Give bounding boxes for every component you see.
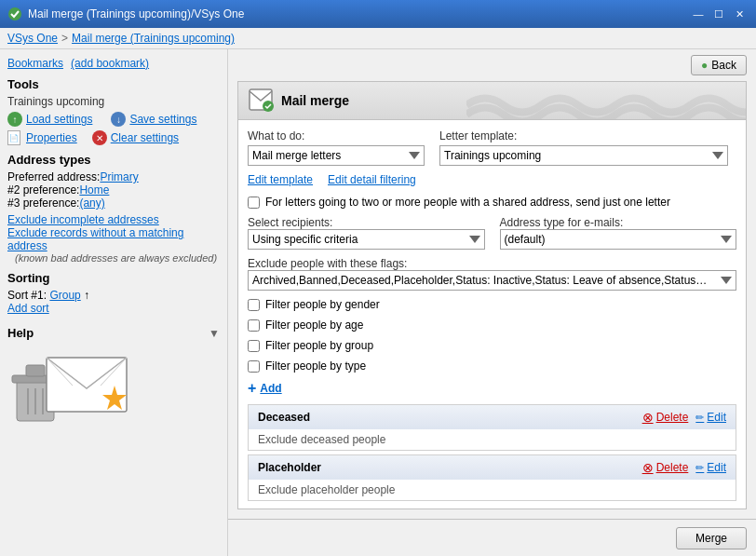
clear-icon: ✕ (92, 130, 107, 145)
save-icon: ↓ (111, 112, 126, 127)
edit-template-link[interactable]: Edit template (248, 173, 313, 186)
filter-group-row: Filter people by group (248, 339, 736, 352)
sort1-link[interactable]: Group (49, 289, 80, 302)
exclude-flags-select[interactable]: Archived,Banned,Deceased,Placeholder,Sta… (248, 270, 736, 291)
bottom-bar: Merge (228, 519, 756, 556)
panel-title: Mail merge (281, 93, 349, 108)
sort1-label: Sort #1: (7, 289, 47, 302)
svg-point-0 (8, 7, 21, 20)
filter-gender-row: Filter people by gender (248, 298, 736, 311)
preferred-label: Preferred address: (7, 170, 100, 183)
top-form-row: What to do: Mail merge letters Letter te… (248, 129, 736, 166)
filter-item-1-edit[interactable]: ✏ Edit (695, 461, 726, 474)
shared-address-checkbox[interactable] (248, 197, 260, 209)
filter-item-0-edit[interactable]: ✏ Edit (695, 411, 726, 424)
letter-template-select[interactable]: Trainings upcoming (439, 145, 728, 166)
filter-type-label: Filter people by type (265, 359, 366, 373)
filter-group-checkbox[interactable] (248, 340, 260, 352)
address-types-title: Address types (7, 153, 220, 167)
delete-1-icon: ⊗ (642, 460, 654, 475)
decorative-waves (466, 82, 746, 120)
edit-0-icon: ✏ (695, 412, 704, 424)
select-recipients-select[interactable]: Using specific criteria (248, 229, 485, 250)
trainings-label: Trainings upcoming (7, 95, 220, 108)
letter-template-arrow (712, 152, 723, 159)
edit-detail-filtering-link[interactable]: Edit detail filtering (328, 173, 416, 186)
merge-button[interactable]: Merge (676, 527, 747, 549)
tools-title: Tools (7, 77, 220, 91)
address-types: Preferred address:Primary #2 preference:… (7, 170, 220, 264)
exclude-incomplete-link[interactable]: Exclude incomplete addresses (7, 213, 159, 226)
what-to-do-arrow (409, 152, 420, 159)
filter-item-0-actions: ⊗ Delete ✏ Edit (642, 410, 726, 425)
back-button[interactable]: ● Back (691, 55, 747, 75)
add-sort-link[interactable]: Add sort (7, 302, 49, 315)
filter-item-1-header: Placeholder ⊗ Delete ✏ Edit (249, 455, 736, 480)
letter-template-group: Letter template: Trainings upcoming (439, 129, 728, 166)
address-type-select[interactable]: (default) (500, 229, 737, 250)
edit-links: Edit template Edit detail filtering (248, 173, 736, 186)
shared-address-label: For letters going to two or more people … (265, 196, 670, 209)
what-to-do-value: Mail merge letters (252, 149, 341, 162)
delete-0-icon: ⊗ (642, 410, 654, 425)
filter-item-0: Deceased ⊗ Delete ✏ Edit (248, 404, 736, 451)
second-label: #2 preference: (7, 183, 79, 197)
second-link[interactable]: Home (79, 183, 109, 197)
third-row: #3 preference:(any) (7, 197, 220, 210)
preferred-link[interactable]: Primary (100, 170, 138, 183)
address-type-group: Address type for e-mails: (default) (500, 216, 737, 250)
bookmarks-link[interactable]: Bookmarks (7, 57, 63, 70)
window-title: Mail merge (Trainings upcoming)/VSys One (28, 7, 244, 20)
close-button[interactable]: ✕ (730, 6, 749, 22)
add-link[interactable]: Add (260, 382, 281, 395)
panel-content: What to do: Mail merge letters Letter te… (238, 120, 746, 509)
filter-item-0-header: Deceased ⊗ Delete ✏ Edit (249, 405, 736, 429)
select-recipients-value: Using specific criteria (252, 233, 358, 246)
add-row: + Add (248, 380, 736, 397)
filter-item-1: Placeholder ⊗ Delete ✏ Edit (248, 454, 736, 501)
filter-item-1-delete[interactable]: ⊗ Delete (642, 460, 689, 475)
exclude-flags-section: Exclude people with these flags: Archive… (248, 257, 736, 291)
third-link[interactable]: (any) (79, 197, 104, 210)
preferred-row: Preferred address:Primary (7, 170, 220, 183)
delete-1-label: Delete (656, 461, 689, 474)
breadcrumb-separator: > (61, 32, 68, 45)
breadcrumb-current[interactable]: Mail merge (Trainings upcoming) (72, 32, 235, 45)
second-row: #2 preference:Home (7, 183, 220, 197)
maximize-button[interactable]: ☐ (709, 6, 728, 22)
mail-merge-panel: Mail merge What to do: Mail merge letter… (237, 81, 747, 509)
breadcrumb-home[interactable]: VSys One (7, 32, 58, 45)
properties-link[interactable]: Properties (26, 131, 77, 144)
app-body: VSys One > Mail merge (Trainings upcomin… (0, 28, 756, 556)
properties-row: 📄 Properties ✕ Clear settings (7, 130, 220, 145)
minimize-button[interactable]: — (689, 6, 708, 22)
address-type-label: Address type for e-mails: (500, 216, 737, 229)
filter-item-1-body: Exclude placeholder people (249, 480, 736, 500)
help-arrow: ▼ (209, 327, 220, 340)
exclude-flags-arrow (721, 277, 732, 284)
filter-item-0-delete[interactable]: ⊗ Delete (642, 410, 689, 425)
third-label: #3 preference: (7, 197, 79, 210)
back-icon: ● (701, 59, 708, 72)
exclude-no-match-link[interactable]: Exclude records without a matching addre… (7, 226, 183, 252)
properties-icon: 📄 (7, 130, 20, 145)
load-settings-link[interactable]: Load settings (26, 113, 92, 126)
sort1-dir: ↑ (84, 289, 89, 302)
what-to-do-select[interactable]: Mail merge letters (248, 145, 425, 166)
filter-gender-checkbox[interactable] (248, 299, 260, 311)
delete-0-label: Delete (656, 411, 689, 424)
save-settings-link[interactable]: Save settings (129, 113, 196, 126)
filter-age-checkbox[interactable] (248, 319, 260, 332)
filter-type-row: Filter people by type (248, 359, 736, 373)
recipients-arrow (469, 236, 480, 243)
select-recipients-label: Select recipients: (248, 216, 485, 229)
select-recipients-group: Select recipients: Using specific criter… (248, 216, 485, 250)
clear-settings-link[interactable]: Clear settings (111, 131, 179, 144)
back-label: Back (711, 59, 736, 72)
plus-icon: + (248, 380, 256, 397)
add-bookmark-link[interactable]: (add bookmark) (71, 57, 149, 70)
address-type-value: (default) (505, 233, 546, 246)
main-panel: ● Back (228, 49, 756, 556)
help-row: Help ▼ (7, 322, 220, 344)
filter-type-checkbox[interactable] (248, 360, 260, 373)
